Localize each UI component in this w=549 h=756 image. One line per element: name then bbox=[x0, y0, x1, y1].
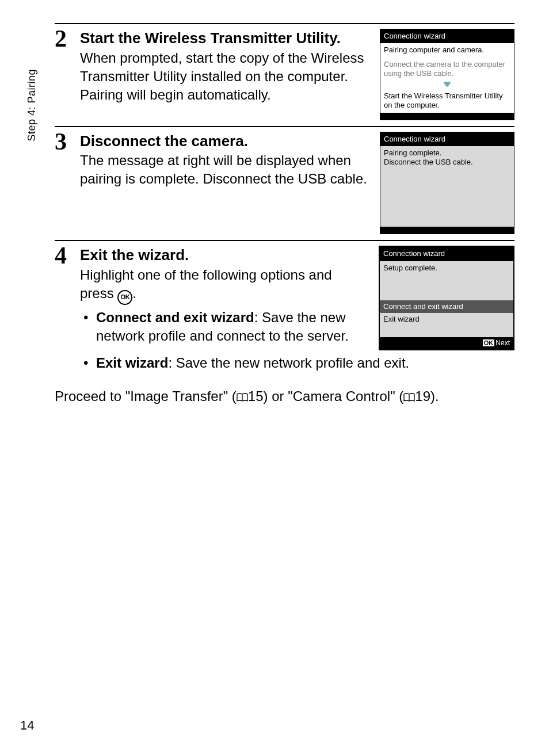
bullet-label: Connect and exit wizard bbox=[96, 310, 254, 325]
screenshot-bottom-bar bbox=[380, 113, 514, 120]
step-text-column: Disconnect the camera. The message at ri… bbox=[80, 132, 369, 189]
page-ref: 15 bbox=[248, 388, 264, 404]
book-icon bbox=[237, 393, 248, 402]
screenshot-line: Disconnect the USB cable. bbox=[380, 158, 514, 169]
bullet-label: Exit wizard bbox=[96, 355, 168, 371]
screenshot-line: Connect the camera to the computer using… bbox=[380, 58, 514, 81]
screenshot-title: Connection wizard bbox=[380, 132, 514, 146]
page-ref: 19 bbox=[415, 388, 430, 404]
step-number: 4 bbox=[55, 243, 80, 268]
screenshot-connection-wizard: Connection wizard Pairing computer and c… bbox=[380, 29, 514, 120]
screenshot-option: Exit wizard bbox=[380, 313, 513, 337]
page-number: 14 bbox=[20, 718, 34, 733]
next-label: Next bbox=[495, 339, 510, 347]
step-text-column: Start the Wireless Transmitter Utility. … bbox=[80, 29, 369, 105]
screenshot-connection-wizard: Connection wizard Setup complete. Connec… bbox=[379, 246, 514, 350]
screenshot-column: Connection wizard Setup complete. Connec… bbox=[379, 246, 514, 350]
screenshot-ok-bar: OKNext bbox=[380, 337, 513, 349]
screenshot-spacer bbox=[380, 169, 514, 227]
step-intro: Highlight one of the following options a… bbox=[80, 266, 368, 305]
screenshot-option-selected: Connect and exit wizard bbox=[380, 300, 513, 313]
step-body: Exit the wizard. Highlight one of the fo… bbox=[80, 243, 514, 406]
step-title: Start the Wireless Transmitter Utility. bbox=[80, 29, 369, 48]
step-number: 3 bbox=[55, 129, 80, 154]
step-text-column: Exit the wizard. Highlight one of the fo… bbox=[80, 246, 368, 348]
screenshot-connection-wizard: Connection wizard Pairing complete. Disc… bbox=[380, 132, 514, 235]
book-icon bbox=[403, 393, 415, 402]
step-4: 4 Exit the wizard. Highlight one of the … bbox=[55, 240, 514, 406]
step-description: When prompted, start the copy of the Wir… bbox=[80, 49, 369, 105]
page: Step 4: Pairing 2 Start the Wireless Tra… bbox=[0, 0, 549, 756]
step-3: 3 Disconnect the camera. The message at … bbox=[55, 126, 514, 235]
screenshot-bottom-bar bbox=[380, 227, 514, 234]
list-item: Connect and exit wizard: Save the new ne… bbox=[80, 308, 368, 346]
screenshot-column: Connection wizard Pairing computer and c… bbox=[380, 29, 514, 120]
screenshot-body: Pairing complete. Disconnect the USB cab… bbox=[380, 146, 514, 227]
bullet-list: Exit wizard: Save the new network profil… bbox=[80, 354, 514, 372]
step-description: The message at right will be displayed w… bbox=[80, 151, 369, 189]
screenshot-title: Connection wizard bbox=[380, 247, 513, 261]
step-number: 2 bbox=[55, 26, 80, 51]
ok-badge: OK bbox=[483, 339, 495, 346]
text: ). bbox=[430, 388, 439, 404]
proceed-text: Proceed to "Image Transfer" (15) or "Cam… bbox=[55, 387, 514, 406]
screenshot-line: Start the Wireless Transmitter Utility o… bbox=[380, 89, 514, 113]
arrow-row bbox=[380, 81, 514, 89]
step-title: Disconnect the camera. bbox=[80, 132, 369, 151]
screenshot-title: Connection wizard bbox=[380, 29, 514, 43]
screenshot-line: Pairing computer and camera. bbox=[380, 43, 514, 57]
vertical-tab-label: Step 4: Pairing bbox=[26, 69, 38, 142]
intro-text: . bbox=[132, 285, 136, 301]
step-2: 2 Start the Wireless Transmitter Utility… bbox=[55, 23, 514, 120]
screenshot-line: Setup complete. bbox=[380, 261, 513, 300]
text: Proceed to "Image Transfer" ( bbox=[55, 388, 237, 404]
screenshot-line: Pairing complete. bbox=[380, 146, 514, 158]
bullet-list: Connect and exit wizard: Save the new ne… bbox=[80, 308, 368, 346]
chevron-down-icon bbox=[444, 82, 451, 87]
step-body: Start the Wireless Transmitter Utility. … bbox=[80, 26, 514, 120]
list-item: Exit wizard: Save the new network profil… bbox=[80, 354, 514, 372]
step-title: Exit the wizard. bbox=[80, 246, 368, 265]
text: ) or "Camera Control" ( bbox=[264, 388, 404, 404]
bullet-rest: : Save the new network profile and exit. bbox=[168, 355, 409, 371]
step-body: Disconnect the camera. The message at ri… bbox=[80, 129, 514, 235]
ok-icon: OK bbox=[117, 290, 132, 305]
screenshot-column: Connection wizard Pairing complete. Disc… bbox=[380, 132, 514, 235]
